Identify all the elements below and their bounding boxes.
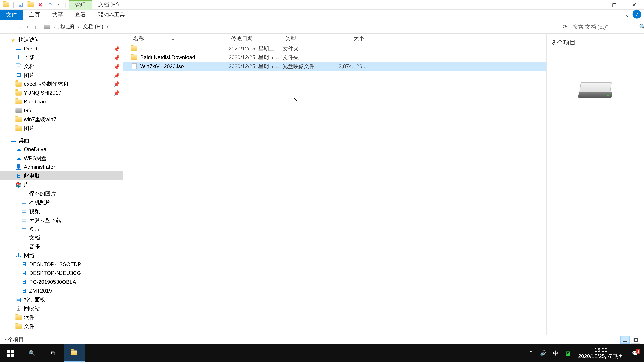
- minimize-button[interactable]: ─: [584, 1, 604, 8]
- search-input[interactable]: 🔍: [570, 21, 641, 32]
- tree-documents[interactable]: 📄文档📌: [0, 62, 123, 71]
- tree-onedrive[interactable]: ☁OneDrive: [0, 145, 123, 154]
- contextual-tab[interactable]: 管理: [69, 0, 92, 9]
- tree-music[interactable]: ▭音乐: [0, 242, 123, 251]
- tab-share[interactable]: 共享: [46, 10, 69, 20]
- volume-icon[interactable]: 🔊: [539, 349, 547, 357]
- nav-up-button[interactable]: ↑: [30, 21, 40, 32]
- tree-recycle[interactable]: 🗑回收站: [0, 304, 123, 313]
- tab-file[interactable]: 文件: [0, 10, 23, 20]
- file-row[interactable]: BaiduNetdiskDownload2020/12/25, 星期五 1...…: [124, 53, 546, 62]
- file-row[interactable]: Win7x64_2020.iso2020/12/25, 星期五 1...光盘映像…: [124, 62, 546, 71]
- search-icon[interactable]: 🔍: [639, 24, 644, 30]
- network-icon: 🖧: [15, 252, 22, 259]
- col-name[interactable]: 名称▴: [130, 35, 229, 42]
- tree-pc4[interactable]: 🖥ZMT2019: [0, 286, 123, 295]
- qat-customize-icon[interactable]: ▾: [56, 3, 62, 7]
- refresh-icon[interactable]: ⟳: [560, 22, 570, 32]
- clock-time: 16:32: [594, 347, 608, 353]
- cloud-icon: ▭: [20, 217, 27, 224]
- tree-pics-lib[interactable]: ▭图片: [0, 225, 123, 233]
- qat-new-folder-icon[interactable]: [27, 1, 34, 8]
- navigation-tree[interactable]: ★快速访问 ▬Desktop📌 ⬇下载📌 📄文档📌 🖼图片📌 excel表格制作…: [0, 33, 123, 335]
- view-details-button[interactable]: ☰: [620, 336, 630, 344]
- tree-camera[interactable]: ▭本机照片: [0, 198, 123, 207]
- clock[interactable]: 16:32 2020/12/25, 星期五: [576, 347, 626, 360]
- ribbon-expand-icon[interactable]: ⌄: [623, 10, 632, 20]
- file-row[interactable]: 12020/12/15, 星期二 1...文件夹: [124, 44, 546, 53]
- crumb-current[interactable]: 文档 (E:): [82, 23, 104, 30]
- col-size[interactable]: 大小: [327, 35, 366, 42]
- tree-library[interactable]: 📚库: [0, 180, 123, 189]
- tab-drive-tools[interactable]: 驱动器工具: [92, 10, 131, 20]
- help-icon[interactable]: ?: [632, 10, 641, 18]
- tree-gdrive[interactable]: G:\: [0, 106, 123, 115]
- tree-win7[interactable]: win7重装win7: [0, 115, 123, 124]
- tray-app-icon[interactable]: ◪: [564, 349, 572, 357]
- chevron-right-icon[interactable]: ›: [52, 24, 57, 29]
- maximize-button[interactable]: ▢: [604, 1, 624, 8]
- tree-desktop-root[interactable]: ▬桌面: [0, 136, 123, 145]
- folder-icon: [15, 98, 22, 105]
- tree-excel[interactable]: excel表格制作求和📌: [0, 80, 123, 88]
- chevron-right-icon[interactable]: ›: [76, 24, 81, 29]
- file-type: 文件夹: [282, 54, 327, 61]
- tree-wps[interactable]: ☁WPS网盘: [0, 154, 123, 163]
- file-date: 2020/12/25, 星期五 1...: [229, 54, 283, 61]
- tree-pictures2[interactable]: 图片: [0, 124, 123, 133]
- nav-history-icon[interactable]: ▾: [26, 25, 29, 29]
- breadcrumb[interactable]: › 此电脑 › 文档 (E:) ›: [42, 21, 550, 32]
- tree-docs-lib[interactable]: ▭文档: [0, 233, 123, 242]
- svg-rect-0: [7, 350, 10, 353]
- start-button[interactable]: [0, 345, 21, 362]
- tab-home[interactable]: 主页: [23, 10, 46, 20]
- folder-icon: [15, 314, 22, 321]
- tree-quick-access[interactable]: ★快速访问: [0, 35, 123, 44]
- nav-back-button[interactable]: ←: [3, 21, 13, 32]
- address-history-icon[interactable]: ⌄: [550, 24, 559, 29]
- tree-saved-pics[interactable]: ▭保存的图片: [0, 189, 123, 198]
- search-field[interactable]: [573, 24, 639, 30]
- drive-icon: [15, 107, 22, 114]
- tree-desktop[interactable]: ▬Desktop📌: [0, 44, 123, 53]
- close-button[interactable]: ✕: [624, 1, 644, 8]
- pin-icon: 📌: [113, 55, 118, 60]
- download-icon: ⬇: [15, 54, 22, 61]
- tree-yunqishi[interactable]: YUNQISHI2019📌: [0, 88, 123, 97]
- tree-pc1[interactable]: 🖥DESKTOP-LSSOEDP: [0, 260, 123, 269]
- tree-bandicam[interactable]: Bandicam: [0, 97, 123, 106]
- tree-this-pc[interactable]: 🖥此电脑: [0, 171, 123, 180]
- crumb-this-pc[interactable]: 此电脑: [58, 23, 75, 30]
- nav-forward-button: →: [14, 21, 25, 32]
- tree-pc2[interactable]: 🖥DESKTOP-NJEU3CG: [0, 269, 123, 278]
- column-headers[interactable]: 名称▴ 修改日期 类型 大小: [124, 33, 546, 44]
- qat-undo-icon[interactable]: ↶: [46, 1, 54, 8]
- ime-icon[interactable]: 中: [552, 349, 560, 357]
- qat-delete-icon[interactable]: ✕: [37, 1, 44, 8]
- qat-properties-icon[interactable]: ☑: [17, 1, 24, 8]
- col-type[interactable]: 类型: [282, 35, 327, 42]
- search-button[interactable]: 🔍: [21, 345, 42, 362]
- library-icon: 📚: [15, 181, 22, 188]
- tree-pc3[interactable]: 🖥PC-20190530OBLA: [0, 278, 123, 286]
- tree-tianyi[interactable]: ▭天翼云盘下载: [0, 216, 123, 225]
- view-icons-button[interactable]: ▦: [631, 336, 640, 344]
- tree-software[interactable]: 软件: [0, 313, 123, 322]
- file-rows[interactable]: 12020/12/15, 星期二 1...文件夹BaiduNetdiskDown…: [124, 44, 546, 335]
- tree-downloads[interactable]: ⬇下载📌: [0, 53, 123, 62]
- tree-files[interactable]: 文件: [0, 322, 123, 331]
- tree-admin[interactable]: 👤Administrator: [0, 163, 123, 172]
- tree-network[interactable]: 🖧网络: [0, 251, 123, 260]
- task-view-button[interactable]: ⧉: [42, 345, 64, 362]
- tree-control-panel[interactable]: ▤控制面板: [0, 295, 123, 304]
- chevron-right-icon[interactable]: ›: [105, 24, 110, 29]
- tree-video[interactable]: ▭视频: [0, 207, 123, 216]
- col-date[interactable]: 修改日期: [229, 35, 283, 42]
- tree-pictures[interactable]: 🖼图片📌: [0, 71, 123, 80]
- drive-preview-icon: [578, 78, 613, 100]
- tab-view[interactable]: 查看: [69, 10, 92, 20]
- notification-button[interactable]: 💬 3: [626, 350, 644, 356]
- tray-overflow-icon[interactable]: ˄: [527, 349, 535, 357]
- file-name: Win7x64_2020.iso: [140, 63, 228, 69]
- explorer-taskbar-button[interactable]: [64, 345, 85, 362]
